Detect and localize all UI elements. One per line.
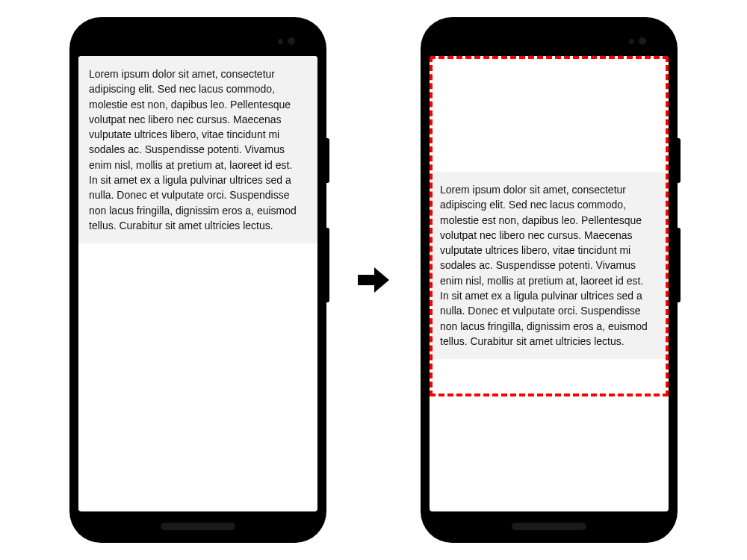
phone-bottom-bar — [78, 511, 317, 541]
phone-mockup-before: Lorem ipsum dolor sit amet, consectetur … — [71, 19, 325, 541]
phone-bottom-bar — [430, 511, 669, 541]
speaker-icon — [512, 523, 586, 530]
phone-screen-after: Lorem ipsum dolor sit amet, consectetur … — [430, 56, 669, 511]
content-text-block: Lorem ipsum dolor sit amet, consectetur … — [78, 56, 317, 243]
phone-mockup-after: Lorem ipsum dolor sit amet, consectetur … — [422, 19, 676, 541]
speaker-icon — [161, 523, 235, 530]
camera-icon — [288, 37, 295, 45]
phone-top-bar — [430, 26, 669, 56]
camera-icon — [639, 37, 646, 45]
arrow-right-icon — [355, 261, 392, 299]
phone-top-bar — [78, 26, 317, 56]
content-text-block: Lorem ipsum dolor sit amet, consectetur … — [430, 172, 669, 359]
phone-screen-before: Lorem ipsum dolor sit amet, consectetur … — [78, 56, 317, 511]
sensor-icon — [278, 39, 283, 44]
sensor-icon — [629, 39, 634, 44]
